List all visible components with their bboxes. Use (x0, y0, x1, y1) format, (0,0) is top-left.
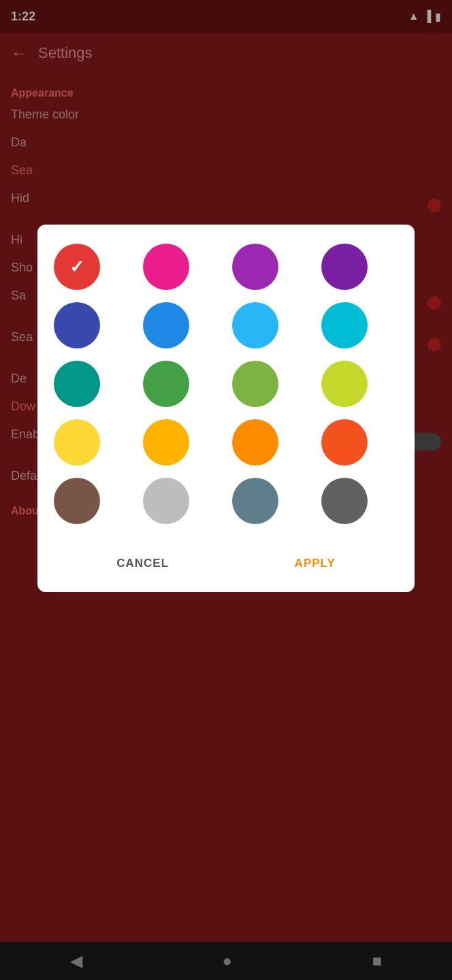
color-picker-dialog: CANCEL APPLY (37, 225, 415, 592)
color-green[interactable] (143, 361, 189, 407)
color-grey[interactable] (143, 478, 189, 524)
color-brown[interactable] (54, 478, 100, 524)
color-teal[interactable] (54, 361, 100, 407)
color-grid (54, 244, 398, 524)
color-cyan[interactable] (321, 302, 368, 348)
color-purple-medium[interactable] (232, 244, 278, 290)
dialog-actions: CANCEL APPLY (54, 543, 398, 578)
color-light-green[interactable] (232, 361, 278, 407)
color-lime[interactable] (321, 361, 368, 407)
color-blue-grey[interactable] (232, 478, 278, 524)
color-pink[interactable] (143, 244, 189, 290)
color-red[interactable] (54, 244, 100, 290)
apply-button[interactable]: APPLY (273, 549, 357, 578)
color-amber[interactable] (143, 419, 189, 466)
color-indigo[interactable] (54, 302, 100, 348)
color-orange[interactable] (232, 419, 278, 466)
color-yellow[interactable] (54, 419, 100, 466)
color-purple-dark[interactable] (321, 244, 368, 290)
color-deep-orange[interactable] (321, 419, 368, 466)
cancel-button[interactable]: CANCEL (95, 549, 191, 578)
color-dark-grey[interactable] (321, 478, 368, 524)
color-blue[interactable] (143, 302, 189, 348)
color-light-blue[interactable] (232, 302, 278, 348)
